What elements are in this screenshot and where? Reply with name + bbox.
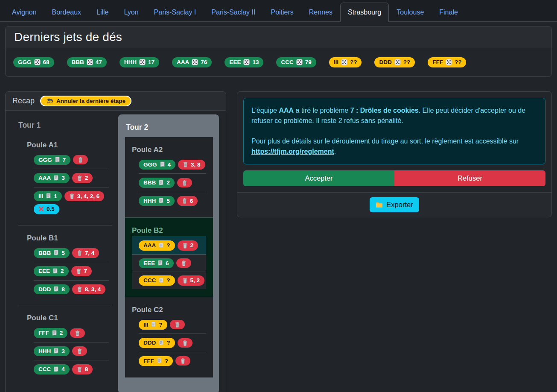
receipt-icon [46,193,51,199]
team-problem-badge-FFF: FFF? [139,356,173,366]
problem-number: 2 [60,330,63,336]
poule-poule-a2: Poule A2GGG43, 8BBB2HHH56 [125,137,213,218]
tab-paris-saclay-ii[interactable]: Paris-Saclay II [204,3,263,22]
problem-number: 5 [166,198,170,205]
dice-icon [243,59,250,65]
team-row-III: III? [139,316,206,334]
problem-number: ? [166,242,170,249]
dice-badge-value: 76 [201,59,207,66]
dice-badge-GGG: GGG68 [13,57,54,67]
export-button[interactable]: Exporter [370,197,419,212]
team-problem-badge-CCC: CCC? [139,275,175,286]
poule-title: Poule B2 [132,226,206,235]
team-row-AAA: AAA?2 [132,237,206,255]
dice-badge-III: III?? [329,57,362,67]
cross-icon [38,206,44,212]
tab-lille[interactable]: Lille [89,3,116,22]
accept-button[interactable]: Accepter [243,170,394,187]
dice-badge-value: ?? [403,59,411,66]
dice-badge-EEE: EEE13 [225,57,263,67]
problem-number: 4 [168,161,171,168]
team-row-HHH: HHH56 [139,192,206,210]
dice-badge-value: 79 [305,59,312,66]
trash-icon [183,161,188,167]
dice-icon [34,59,41,65]
tab-finale[interactable]: Finale [432,3,466,22]
team-name: HHH [143,198,156,205]
undo-last-step-button[interactable]: BACK Annuler la dernière étape [40,96,131,106]
dice-badge-team: GGG [18,59,32,66]
problem-number: 4 [61,366,65,373]
tab-toulouse[interactable]: Toulouse [389,3,432,22]
tab-poitiers[interactable]: Poitiers [263,3,301,22]
team-name: FFF [38,330,49,336]
recap-title: Recap [12,97,35,105]
folder-icon [376,202,383,208]
poule-poule-c1: Poule C1FFF2HHH3CCC48 [18,305,112,378]
refused-problems-badge: 8, 3, 4 [72,284,106,295]
team-name: GGG [143,161,157,168]
tab-strasbourg[interactable]: Strasbourg [340,3,389,22]
problem-number: 3 [61,175,65,181]
tab-avignon[interactable]: Avignon [4,3,44,22]
team-problem-badge-HHH: HHH5 [139,196,175,206]
tab-lyon[interactable]: Lyon [117,3,146,22]
dice-badge-value: 47 [96,59,102,66]
trash-icon [182,198,187,204]
team-row-line: HHH3 [34,346,109,357]
refused-problems-badge: 8 [72,364,93,374]
team-row-line: GGG7 [34,155,109,165]
draw-message-line2: Pour plus de détails sur le déroulement … [251,136,537,157]
dice-badge-DDD: DDD?? [374,57,415,67]
tour-box: Poule A2GGG43, 8BBB2HHH56Poule B2AAA?2EE… [125,137,213,378]
draw-message-text: Pour plus de détails sur le déroulement … [251,137,519,145]
poule-title: Poule C2 [132,306,206,314]
penalty-value: 0.5 [47,206,55,213]
poule-title: Poule C1 [27,314,112,322]
dice-badge-team: BBB [72,59,84,66]
receipt-icon [158,243,164,249]
draw-card: L'équipe AAA a tiré le problème 7 : Drôl… [237,91,552,218]
dice-badge-value: ?? [350,59,357,66]
trash-icon [76,268,82,274]
dice-badge-HHH: HHH17 [120,57,159,67]
tab-rennes[interactable]: Rennes [301,3,340,22]
team-row-line: DDD? [139,338,206,348]
team-row-line: HHH56 [139,196,206,206]
team-problem-badge-FFF: FFF2 [34,328,67,338]
reglement-link[interactable]: https://tfjm.org/reglement [251,148,334,155]
trash-icon [77,286,82,292]
team-problem-badge-EEE: EEE6 [139,258,174,269]
undo-last-step-label: Annuler la dernière étape [56,98,125,104]
team-problem-badge-DDD: DDD8 [34,284,70,295]
penalty-badge: 0.5 [34,204,59,214]
team-row-EEE: EEE6 [132,255,206,272]
tab-paris-saclay-i[interactable]: Paris-Saclay I [146,3,204,22]
team-name: FFF [143,358,154,365]
draw-message-text: L'équipe [251,107,279,114]
back-icon: BACK [46,98,53,104]
refuse-button[interactable]: Refuser [394,170,545,187]
tab-bordeaux[interactable]: Bordeaux [44,3,89,22]
dice-badge-CCC: CCC79 [276,57,316,67]
refused-problems-badge: 3, 4, 2, 6 [64,191,105,202]
trash-icon [175,322,180,328]
draw-message-text: a tiré le problème [294,107,350,114]
trash-icon [77,366,82,372]
svg-text:BACK: BACK [47,102,53,104]
problem-number: 2 [61,268,64,275]
dice-badges-row: GGG68BBB47HHH17AAA76EEE13CCC79III??DDD??… [6,48,551,76]
refused-list: 3, 8 [191,161,201,168]
trash-icon [181,260,187,266]
poule-rows: GGG7AAA32III13, 4, 2, 60.5 [34,151,109,218]
trash-icon [180,358,186,364]
refused-problems-badge [177,178,192,187]
page-title: Derniers jets de dés [14,30,543,44]
dice-icon [341,59,347,65]
refused-list: 8 [85,366,88,373]
team-row-AAA: AAA32 [34,169,109,187]
trash-icon [75,330,80,336]
team-problem-badge-EEE: EEE2 [34,266,69,276]
team-row-DDD: DDD? [139,333,206,352]
dice-badge-value: 17 [148,59,155,66]
